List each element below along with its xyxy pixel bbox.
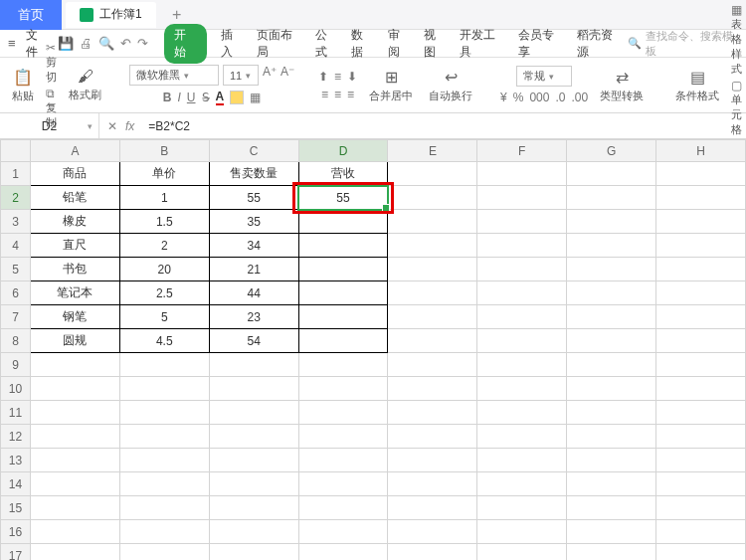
cell-H5[interactable]	[656, 258, 746, 281]
strike-icon[interactable]: S̶	[202, 91, 210, 104]
row-header-15[interactable]: 15	[1, 496, 31, 520]
row-header-17[interactable]: 17	[1, 544, 31, 561]
font-color-icon[interactable]: A	[216, 90, 225, 105]
cell-E5[interactable]	[388, 258, 477, 281]
cell-G15[interactable]	[567, 496, 656, 520]
cell-B13[interactable]	[119, 449, 209, 472]
cell-C9[interactable]	[209, 353, 298, 377]
cell-B11[interactable]	[119, 401, 209, 425]
row-header-6[interactable]: 6	[1, 281, 31, 305]
column-header-A[interactable]: A	[30, 140, 119, 162]
cell-H4[interactable]	[656, 234, 746, 258]
ribbon-tab-data[interactable]: 数据	[351, 27, 373, 61]
cell-D12[interactable]	[298, 425, 388, 449]
ribbon-tab-resources[interactable]: 稻壳资源	[577, 27, 622, 61]
cell-H12[interactable]	[656, 425, 746, 449]
cell-B14[interactable]	[119, 472, 209, 496]
fill-color-icon[interactable]	[230, 91, 244, 104]
cell-E9[interactable]	[388, 353, 477, 377]
column-header-D[interactable]: D	[298, 140, 388, 162]
cell-E7[interactable]	[388, 305, 477, 329]
cut-button[interactable]: ✂ 剪切	[46, 41, 57, 85]
cell-A10[interactable]	[30, 377, 119, 401]
cell-C14[interactable]	[209, 472, 298, 496]
cell-G7[interactable]	[567, 305, 656, 329]
cell-E15[interactable]	[388, 496, 477, 520]
cell-E3[interactable]	[388, 210, 477, 234]
cell-E2[interactable]	[388, 186, 477, 210]
cell-E12[interactable]	[388, 425, 477, 449]
cell-D4[interactable]	[298, 234, 388, 258]
cell-H10[interactable]	[656, 377, 746, 401]
table-style-button[interactable]: ▦ 表格样式	[731, 3, 742, 77]
cell-C13[interactable]	[209, 449, 298, 472]
cell-E13[interactable]	[388, 449, 477, 472]
cell-A4[interactable]: 直尺	[30, 234, 119, 258]
row-header-4[interactable]: 4	[1, 234, 31, 258]
cell-E8[interactable]	[388, 329, 477, 353]
decrease-font-icon[interactable]: A⁻	[280, 65, 294, 86]
cell-D8[interactable]	[298, 329, 388, 353]
cell-B17[interactable]	[119, 544, 209, 561]
cell-D13[interactable]	[298, 449, 388, 472]
ribbon-tab-view[interactable]: 视图	[424, 27, 446, 61]
row-header-3[interactable]: 3	[1, 210, 31, 234]
cell-D17[interactable]	[298, 544, 388, 561]
cell-F16[interactable]	[477, 520, 567, 544]
cell-B16[interactable]	[119, 520, 209, 544]
menu-icon[interactable]: ≡	[8, 36, 16, 51]
cell-G5[interactable]	[567, 258, 656, 281]
redo-icon[interactable]: ↷	[137, 36, 148, 51]
cell-B12[interactable]	[119, 425, 209, 449]
cell-D9[interactable]	[298, 353, 388, 377]
row-header-7[interactable]: 7	[1, 305, 31, 329]
undo-icon[interactable]: ↶	[120, 36, 131, 51]
cell-H9[interactable]	[656, 353, 746, 377]
cell-C10[interactable]	[209, 377, 298, 401]
cell-H11[interactable]	[656, 401, 746, 425]
align-center-icon[interactable]: ≡	[334, 88, 341, 101]
font-size-combo[interactable]: 11	[223, 65, 259, 86]
cell-A17[interactable]	[30, 544, 119, 561]
cell-A14[interactable]	[30, 472, 119, 496]
cell-E1[interactable]	[388, 162, 477, 186]
cell-C3[interactable]: 35	[209, 210, 298, 234]
cell-H15[interactable]	[656, 496, 746, 520]
cell-F10[interactable]	[477, 377, 567, 401]
document-tab[interactable]: 工作簿1	[66, 2, 156, 28]
cell-G8[interactable]	[567, 329, 656, 353]
cell-B4[interactable]: 2	[119, 234, 209, 258]
cancel-formula-icon[interactable]: ✕	[107, 119, 117, 133]
cell-D1[interactable]: 营收	[298, 162, 388, 186]
cell-G13[interactable]	[567, 449, 656, 472]
cell-A13[interactable]	[30, 449, 119, 472]
increase-decimal-icon[interactable]: .00	[571, 91, 588, 104]
decrease-decimal-icon[interactable]: .0	[555, 91, 565, 104]
cell-C5[interactable]: 21	[209, 258, 298, 281]
cell-G3[interactable]	[567, 210, 656, 234]
cell-B8[interactable]: 4.5	[119, 329, 209, 353]
cell-F14[interactable]	[477, 472, 567, 496]
cell-F4[interactable]	[477, 234, 567, 258]
cell-H2[interactable]	[656, 186, 746, 210]
cell-C1[interactable]: 售卖数量	[209, 162, 298, 186]
cell-B5[interactable]: 20	[119, 258, 209, 281]
cell-C4[interactable]: 34	[209, 234, 298, 258]
cell-D3[interactable]	[298, 210, 388, 234]
row-header-16[interactable]: 16	[1, 520, 31, 544]
cell-C7[interactable]: 23	[209, 305, 298, 329]
align-left-icon[interactable]: ≡	[321, 88, 328, 101]
select-all-corner[interactable]	[1, 140, 31, 162]
row-header-2[interactable]: 2	[1, 186, 31, 210]
cell-A2[interactable]: 铅笔	[30, 186, 119, 210]
print-icon[interactable]: 🖨	[80, 36, 93, 51]
cell-D15[interactable]	[298, 496, 388, 520]
currency-icon[interactable]: ¥	[500, 91, 507, 104]
ribbon-tab-start[interactable]: 开始	[164, 24, 206, 64]
cell-A3[interactable]: 橡皮	[30, 210, 119, 234]
cell-G2[interactable]	[567, 186, 656, 210]
column-header-F[interactable]: F	[477, 140, 567, 162]
cell-G16[interactable]	[567, 520, 656, 544]
comma-icon[interactable]: 000	[529, 91, 549, 104]
ribbon-tab-member[interactable]: 会员专享	[518, 27, 563, 61]
